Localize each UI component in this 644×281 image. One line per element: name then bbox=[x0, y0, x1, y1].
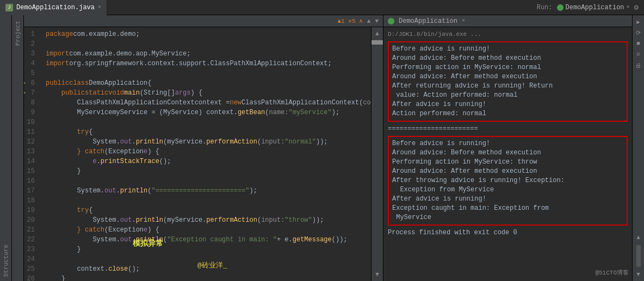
toolbar-btn-5[interactable]: 🖨 bbox=[634, 61, 643, 70]
site-watermark: @51CTO博客 bbox=[595, 268, 629, 278]
toolbar-btn-2[interactable]: ⟳ bbox=[634, 28, 643, 37]
collapse-icon[interactable]: ▼ bbox=[375, 18, 379, 24]
run-header: DemoApplication × bbox=[383, 15, 632, 27]
output-box1-line2: Around advice: Before method execution bbox=[392, 54, 623, 63]
run-toolbar-down[interactable]: ▼ bbox=[373, 270, 382, 279]
code-line-20: ____________System.out.println(myService… bbox=[41, 215, 371, 225]
ln-10: 10 bbox=[24, 117, 37, 127]
warning-count: ▲1 ✕5 ∧ bbox=[338, 17, 363, 24]
output-box1-line1: Before advice is running! bbox=[392, 45, 623, 54]
toolbar-btn-1[interactable]: ▶ bbox=[634, 17, 643, 26]
editor-tab[interactable]: J DemoApplication.java × bbox=[0, 0, 107, 15]
output-box1-line8: Action performed: normal bbox=[392, 109, 623, 118]
toolbar-btn-3[interactable]: ■ bbox=[634, 39, 643, 48]
run-status-icon bbox=[388, 18, 394, 24]
ln-20: 20 bbox=[24, 215, 37, 225]
main-content: Structure Project ▲1 ✕5 ∧ ▲ ▼ 1 2 3 4 5 … bbox=[0, 15, 644, 281]
top-bar: J DemoApplication.java × Run: DemoApplic… bbox=[0, 0, 644, 15]
output-box2-line4: Around advice: After method execution bbox=[392, 167, 623, 176]
ln-2: 2 bbox=[24, 39, 37, 49]
code-line-3: import com.example.demo.aop.MyService; bbox=[41, 49, 371, 59]
ln-11: 11 bbox=[24, 127, 37, 137]
output-box2-line2: Around advice: Before method execution bbox=[392, 148, 623, 158]
code-line-6: public class DemoApplication { bbox=[41, 78, 371, 88]
watermark-text: @砖业洋_ bbox=[197, 261, 227, 270]
code-line-21: ________} catch (Exception e) { bbox=[41, 225, 371, 235]
ln-12: 12 bbox=[24, 137, 37, 147]
ln-15: 15 bbox=[24, 166, 37, 176]
ln-17: 17 bbox=[24, 186, 37, 196]
tab-area: J DemoApplication.java × bbox=[0, 0, 531, 15]
editor-panel: ▲1 ✕5 ∧ ▲ ▼ 1 2 3 4 5 6 7 8 9 10 11 12 1… bbox=[24, 15, 383, 281]
run-panel: DemoApplication × D:/JDK1.8/bin/java.exe… bbox=[383, 15, 644, 281]
java-file-icon: J bbox=[5, 4, 13, 11]
editor-chinese-annotation: 模拟异常 bbox=[133, 239, 163, 248]
structure-sidebar: Structure bbox=[0, 15, 12, 281]
line-numbers: 1 2 3 4 5 6 7 8 9 10 11 12 13 14 15 16 1… bbox=[24, 27, 41, 281]
ln-7: 7 bbox=[24, 88, 37, 98]
toolbar-btn-4[interactable]: ≡ bbox=[634, 50, 643, 59]
watermark: @砖业洋_ bbox=[197, 260, 227, 270]
run-icon bbox=[557, 4, 564, 11]
output-separator: ======================= bbox=[388, 124, 628, 134]
code-line-19: ________try { bbox=[41, 205, 371, 215]
code-line-11: ________try { bbox=[41, 127, 371, 137]
code-line-10 bbox=[41, 117, 371, 127]
chinese-label: 模拟异常 bbox=[133, 239, 163, 248]
run-tab[interactable]: DemoApplication × bbox=[557, 4, 630, 11]
output-box2-line6: Exception from MyService bbox=[392, 185, 623, 195]
output-box1-line6: value: Action performed: normal bbox=[392, 91, 623, 100]
code-content: package com.example.demo; import com.exa… bbox=[41, 27, 371, 281]
code-line-1: package com.example.demo; bbox=[41, 29, 371, 39]
editor-right-toolbar: ▲ ▼ bbox=[371, 27, 383, 281]
output-process: Process finished with exit code 0 bbox=[388, 228, 628, 238]
code-line-8: ________ClassPathXmlApplicationContext c… bbox=[41, 98, 371, 108]
ln-9: 9 bbox=[24, 108, 37, 117]
ln-19: 19 bbox=[24, 205, 37, 215]
ln-24: 24 bbox=[24, 254, 37, 264]
ln-1: 1 bbox=[24, 29, 37, 39]
code-line-26: ____} bbox=[41, 274, 371, 281]
ln-6: 6 bbox=[24, 78, 37, 88]
output-box2-line1: Before advice is running! bbox=[392, 139, 623, 148]
code-line-14: ____________e.printStackTrace(); bbox=[41, 157, 371, 166]
output-box-1: Before advice is running! Around advice:… bbox=[388, 41, 628, 122]
output-box-2: ➤ Before advice is running! Around advic… bbox=[388, 136, 628, 226]
ln-26: 26 bbox=[24, 274, 37, 281]
editor-tab-close[interactable]: × bbox=[98, 4, 101, 10]
output-path: D:/JDK1.8/bin/java.exe ... bbox=[388, 29, 628, 39]
run-toolbar-up[interactable]: ▲ bbox=[373, 29, 382, 38]
run-header-close[interactable]: × bbox=[462, 18, 465, 24]
project-label: Project bbox=[15, 21, 21, 46]
output-box1-line5: After returning advice is running! Retur… bbox=[392, 82, 623, 91]
editor-tab-label: DemoApplication.java bbox=[16, 4, 95, 11]
code-line-7: ____public static void main(String[] arg… bbox=[41, 88, 371, 98]
gear-icon[interactable]: ⚙ bbox=[634, 3, 639, 12]
run-tab-close[interactable]: × bbox=[627, 4, 630, 10]
ln-21: 21 bbox=[24, 225, 37, 235]
code-line-13: ________} catch (Exception e) { bbox=[41, 147, 371, 157]
editor-toolbar: ▲1 ✕5 ∧ ▲ ▼ bbox=[24, 15, 383, 27]
ln-13: 13 bbox=[24, 147, 37, 157]
output-box2-line7: After advice is running! bbox=[392, 195, 623, 204]
code-line-2 bbox=[41, 39, 371, 49]
output-box1-line7: After advice is running! bbox=[392, 100, 623, 109]
ln-25: 25 bbox=[24, 264, 37, 274]
output-box1-line4: Around advice: After method execution bbox=[392, 72, 623, 82]
toolbar-scroll-down[interactable]: ▼ bbox=[634, 270, 643, 279]
run-header-label: DemoApplication bbox=[399, 17, 457, 25]
code-line-12: ____________System.out.println(myService… bbox=[41, 137, 371, 147]
run-content: D:/JDK1.8/bin/java.exe ... Before advice… bbox=[383, 27, 632, 281]
code-line-15: ________} bbox=[41, 166, 371, 176]
run-tab-label: DemoApplication bbox=[566, 4, 624, 11]
output-box2-line8: Exception caught in main: Exception from bbox=[392, 204, 623, 213]
code-line-4: import org.springframework.context.suppo… bbox=[41, 59, 371, 68]
scrollbar-track[interactable] bbox=[371, 40, 383, 268]
toolbar-scroll-up[interactable]: ▲ bbox=[634, 233, 643, 242]
ln-14: 14 bbox=[24, 157, 37, 166]
expand-icon[interactable]: ▲ bbox=[367, 18, 371, 24]
ln-23: 23 bbox=[24, 245, 37, 254]
code-line-5 bbox=[41, 68, 371, 78]
structure-label: Structure bbox=[3, 245, 9, 277]
scrollbar-thumb[interactable] bbox=[636, 245, 641, 267]
